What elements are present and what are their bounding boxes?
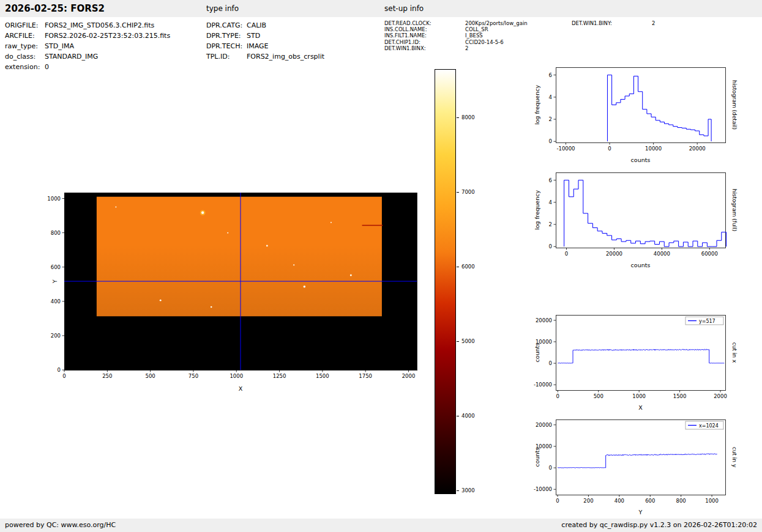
meta-label: DET.WIN1.BINX: xyxy=(384,45,465,51)
meta-value: STD xyxy=(247,32,260,40)
meta-value: 0 xyxy=(45,63,49,71)
meta-label: INS.FILT1.NAME: xyxy=(384,32,465,39)
star xyxy=(331,222,332,223)
star xyxy=(160,300,162,301)
meta-row: DPR.TYPE:STD xyxy=(206,31,324,41)
meta-row: DET.CHIP1.ID:CCID20-14-5-6 xyxy=(384,39,528,45)
tick-label: 1000 xyxy=(230,373,243,379)
meta-row: DET.READ.CLOCK:200Kps/2ports/low_gain xyxy=(384,20,528,26)
cut-line xyxy=(558,454,717,468)
tick-label: 2 xyxy=(549,221,552,227)
meta-label: DET.CHIP1.ID: xyxy=(384,39,465,45)
meta-label: DPR.TYPE: xyxy=(206,31,247,41)
meta-value: FORS2_img_obs_crsplit xyxy=(247,53,324,61)
tick-label: 20000 xyxy=(606,251,622,257)
star xyxy=(115,207,116,208)
tick-label: 0 xyxy=(549,138,552,144)
colorbar-tick-label: 3000 xyxy=(461,487,475,493)
histogram-full-plot: 02000040000600000246countslog frequencyh… xyxy=(532,166,762,276)
meta-label: ORIGFILE: xyxy=(5,20,45,31)
tick-label: 20000 xyxy=(536,422,552,428)
plot-frame xyxy=(556,172,725,248)
right-axis-label: cut in y xyxy=(731,447,738,468)
meta-value: 2 xyxy=(652,20,655,26)
star xyxy=(304,286,306,288)
meta-label: DET.WIN1.BINY: xyxy=(572,20,652,26)
meta-label: do_class: xyxy=(5,51,45,62)
tick-label: 800 xyxy=(51,230,61,236)
tick-label: 0 xyxy=(556,393,559,399)
meta-label: INS.COLL.NAME: xyxy=(384,26,465,32)
meta-label: raw_type: xyxy=(5,41,45,51)
x-axis-label: Y xyxy=(638,509,643,515)
colorbar-tick xyxy=(457,341,459,342)
meta-value: I_BESS xyxy=(465,32,483,39)
meta-value: 200Kps/2ports/low_gain xyxy=(465,20,528,26)
tick-label: 1500 xyxy=(316,373,329,379)
histogram-step-line xyxy=(607,75,711,142)
tick-label: 6 xyxy=(549,72,552,78)
meta-value: 2 xyxy=(465,45,468,51)
setup-info-heading: set-up info xyxy=(384,4,424,13)
meta-value: STANDARD_IMG xyxy=(45,53,98,61)
y-axis-label: log frequency xyxy=(534,85,540,125)
detector-image-plot: 0250500750100012501500175020000200400600… xyxy=(37,187,428,401)
tick-label: 500 xyxy=(594,393,603,399)
illuminated-region-shade xyxy=(97,197,382,316)
tick-label: 1500 xyxy=(673,393,687,399)
y-axis-label: Y xyxy=(51,279,58,284)
colorbar: 300040005000600070008000 xyxy=(435,69,496,494)
colorbar-tick-label: 4000 xyxy=(461,413,475,419)
colorbar-tick-label: 8000 xyxy=(461,114,475,120)
y-axis-label: log frequency xyxy=(534,190,540,231)
colorbar-tick xyxy=(457,416,459,416)
tick-label: 60000 xyxy=(701,251,718,257)
cut-line xyxy=(558,349,724,363)
cut-in-x-plot: 0500100015002000-1000001000020000Xcounts… xyxy=(532,309,762,419)
tick-label: 1000 xyxy=(705,498,719,504)
tick-label: 1000 xyxy=(47,196,61,202)
setup-info-block: DET.READ.CLOCK:200Kps/2ports/low_gain IN… xyxy=(384,20,528,51)
star xyxy=(227,232,228,234)
legend-label: y=517 xyxy=(699,319,715,324)
star xyxy=(201,212,204,214)
tick-label: 40000 xyxy=(654,251,670,257)
tick-label: 1000 xyxy=(632,393,646,399)
plot-frame xyxy=(556,67,725,142)
tick-label: -10000 xyxy=(556,146,575,152)
tick-label: 0 xyxy=(556,498,559,504)
tick-label: 0 xyxy=(62,373,65,379)
x-axis-label: counts xyxy=(631,157,651,163)
footer-bar: powered by QC: www.eso.org/HC created by… xyxy=(0,519,762,532)
meta-label: TPL.ID: xyxy=(206,51,247,62)
right-axis-label: histogram (full) xyxy=(731,189,738,231)
footer-created-by: created by qc_rawdisp.py v1.2.3 on 2026-… xyxy=(561,521,757,529)
meta-row: DPR.CATG:CALIB xyxy=(206,20,324,31)
meta-row: do_class:STANDARD_IMG xyxy=(5,51,170,62)
meta-label: DPR.CATG: xyxy=(206,20,247,31)
colorbar-tick xyxy=(457,192,459,193)
colorbar-tick xyxy=(457,117,459,118)
tick-label: 600 xyxy=(645,498,655,504)
tick-label: 750 xyxy=(189,373,198,379)
tick-label: -10000 xyxy=(534,486,552,492)
tick-label: 0 xyxy=(608,146,611,152)
meta-label: extension: xyxy=(5,62,45,72)
meta-label: DET.READ.CLOCK: xyxy=(384,20,465,26)
y-axis-label: counts xyxy=(534,343,540,363)
plot-histogram_detail-svg: -10000010000200000246countslog frequency… xyxy=(532,61,762,171)
tick-label: 600 xyxy=(51,264,61,270)
colorbar-gradient xyxy=(435,69,456,494)
meta-row: raw_type:STD_IMA xyxy=(5,41,170,51)
tick-label: 800 xyxy=(676,498,686,504)
y-axis-label: counts xyxy=(534,448,540,467)
tick-label: 250 xyxy=(102,373,112,379)
colorbar-tick-label: 5000 xyxy=(461,338,475,344)
tick-label: -10000 xyxy=(534,382,552,388)
x-axis-label: counts xyxy=(631,262,651,268)
meta-value: COLL_SR xyxy=(465,26,488,32)
meta-row: INS.COLL.NAME:COLL_SR xyxy=(384,26,528,32)
tick-label: 0 xyxy=(549,243,552,249)
star xyxy=(211,306,212,308)
x-axis-label: X xyxy=(239,385,243,392)
